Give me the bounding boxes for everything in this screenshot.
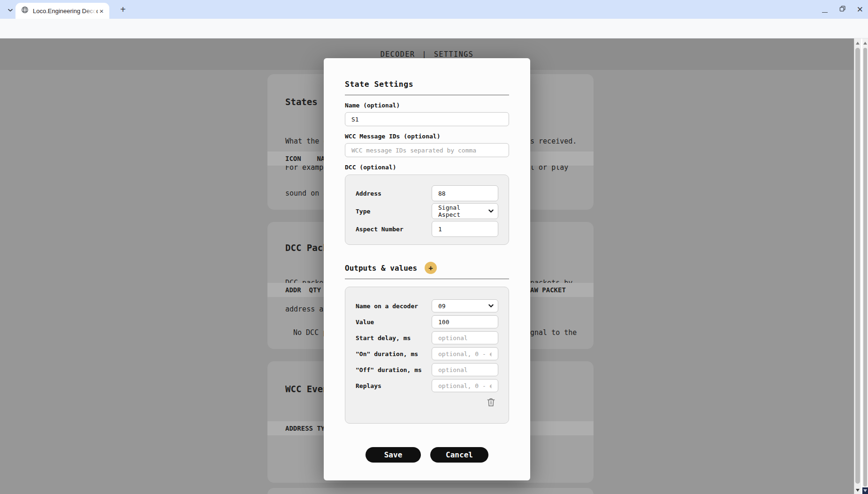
browser-tab[interactable]: Loco.Engineering Decod × <box>15 3 109 19</box>
tab-close-icon[interactable]: × <box>98 7 106 15</box>
window-scrollbar[interactable] <box>862 38 868 494</box>
value-label: Value <box>356 319 432 326</box>
chevron-down-icon <box>8 6 13 14</box>
table-header-cells: ICON NAM <box>285 155 329 162</box>
output-group: Name on a decoder 09 Value Start delay, … <box>345 287 509 424</box>
wcc-ids-label: WCC Message IDs (optional) <box>345 133 509 140</box>
chevron-down-icon <box>488 304 494 308</box>
state-settings-modal: State Settings Name (optional) WCC Messa… <box>324 58 530 480</box>
tab-search-button[interactable] <box>5 4 16 15</box>
off-duration-input[interactable] <box>432 363 498 376</box>
scrollbar-thumb[interactable] <box>855 48 860 484</box>
add-output-button[interactable]: + <box>425 262 437 274</box>
browser-toolbar: ← → Not secure loco.local ☆ G S P G Y E … <box>0 19 868 38</box>
dcc-empty-message-right: gnal to the <box>530 311 577 355</box>
off-duration-label: "Off" duration, ms <box>356 366 432 373</box>
type-select-value: Signal Aspect <box>438 204 486 218</box>
decoder-name-label: Name on a decoder <box>356 303 432 310</box>
decoder-name-value: 09 <box>438 303 446 310</box>
page-scrollbar[interactable] <box>854 38 861 494</box>
address-input[interactable] <box>432 185 498 201</box>
text-fragment: s received. <box>530 137 577 146</box>
replays-input[interactable] <box>432 379 498 392</box>
tab-title-fade <box>85 4 96 18</box>
type-label: Type <box>356 208 432 215</box>
table-header-cells: AW PACKET <box>530 286 566 294</box>
close-icon[interactable]: ✕ <box>857 6 863 14</box>
aspect-number-label: Aspect Number <box>356 226 432 233</box>
partial-card <box>267 488 594 494</box>
on-duration-label: "On" duration, ms <box>356 350 432 357</box>
save-button[interactable]: Save <box>365 447 421 463</box>
name-label: Name (optional) <box>345 102 509 109</box>
start-delay-input[interactable] <box>432 331 498 344</box>
scroll-corner[interactable] <box>862 487 868 494</box>
restore-icon[interactable] <box>839 5 845 14</box>
states-title: States <box>285 97 318 107</box>
scrollbar-thumb[interactable] <box>863 48 867 486</box>
start-delay-label: Start delay, ms <box>356 334 432 342</box>
dcc-group: Address Type Signal Aspect Aspect Number <box>345 175 509 245</box>
title-divider <box>345 95 509 95</box>
on-duration-input[interactable] <box>432 347 498 360</box>
dcc-label: DCC (optional) <box>345 164 509 171</box>
trash-icon <box>486 397 496 408</box>
aspect-number-input[interactable] <box>432 221 498 237</box>
wcc-ids-input[interactable] <box>345 143 509 157</box>
chevron-down-icon <box>488 209 494 213</box>
type-select[interactable]: Signal Aspect <box>432 203 498 219</box>
text-fragment: gnal to the <box>530 328 577 337</box>
replays-label: Replays <box>356 382 432 389</box>
new-tab-button[interactable]: + <box>117 4 129 15</box>
name-input[interactable] <box>345 112 509 126</box>
tab-strip: Loco.Engineering Decod × + ✕ <box>0 0 868 19</box>
nav-settings-link[interactable]: SETTINGS <box>434 50 473 59</box>
nav-separator: | <box>422 50 427 59</box>
outputs-divider <box>345 279 509 279</box>
dcc-packets-title: DCC Pack <box>285 243 328 253</box>
window-controls: ✕ <box>822 0 863 19</box>
scroll-down-icon[interactable] <box>856 489 860 492</box>
scroll-up-icon[interactable] <box>856 42 860 45</box>
cancel-button[interactable]: Cancel <box>430 447 488 463</box>
decoder-name-select[interactable]: 09 <box>432 299 498 312</box>
address-label: Address <box>356 190 432 197</box>
delete-output-button[interactable] <box>486 397 496 408</box>
wcc-events-title: WCC Even <box>285 384 328 394</box>
scroll-up-icon[interactable] <box>863 42 867 45</box>
outputs-title: Outputs & values <box>345 264 417 273</box>
scroll-down-icon[interactable] <box>863 489 867 492</box>
globe-favicon-icon <box>21 6 29 15</box>
value-input[interactable] <box>432 315 498 328</box>
minimize-icon[interactable] <box>822 7 828 13</box>
nav-decoder-link[interactable]: DECODER <box>381 50 415 59</box>
modal-title: State Settings <box>345 80 509 89</box>
